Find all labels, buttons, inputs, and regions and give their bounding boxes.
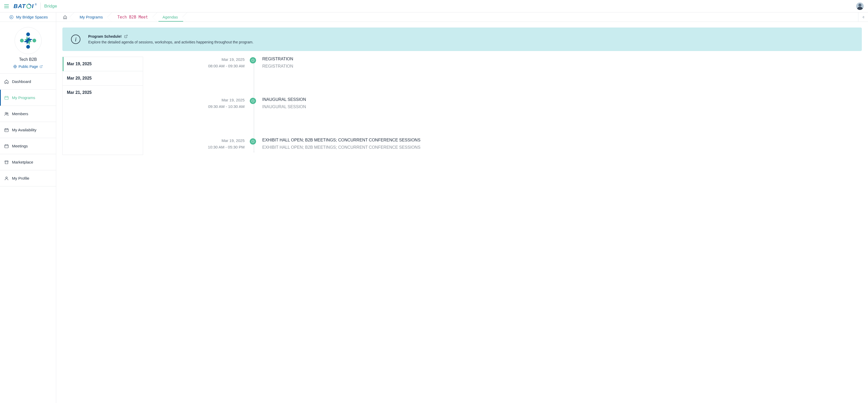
user-avatar[interactable] — [856, 2, 864, 10]
event-title: EXHIBIT HALL OPEN; B2B MEETINGS; CONCURR… — [262, 138, 862, 142]
svg-rect-11 — [5, 128, 8, 132]
sidebar-item-label: Meetings — [12, 144, 28, 148]
event-subtitle: REGISTRATION — [262, 64, 862, 69]
event-title: INAUGURAL SESSION — [262, 97, 862, 102]
svg-rect-8 — [5, 96, 8, 99]
svg-rect-12 — [5, 144, 8, 148]
home-icon — [63, 15, 67, 19]
clock-icon — [250, 57, 256, 63]
main: Tech B2B Public Page Dashboard My Progra… — [0, 22, 868, 403]
space-logo[interactable] — [14, 27, 42, 54]
crumb-home[interactable] — [59, 12, 72, 22]
sidebar-item-dashboard[interactable]: Dashboard — [0, 74, 56, 90]
date-tabs: Mar 19, 2025 Mar 20, 2025 Mar 21, 2025 — [62, 57, 143, 155]
members-icon — [4, 111, 9, 116]
sidebar-item-label: My Profile — [12, 176, 29, 180]
banner-desc: Explore the detailed agenda of sessions,… — [88, 40, 253, 44]
app-name[interactable]: Bridge — [44, 4, 57, 9]
svg-point-3 — [26, 33, 30, 36]
space-title: Tech B2B — [19, 57, 37, 62]
external-link-icon — [39, 65, 43, 68]
timeline: Mar 19, 2025 08:00 AM - 09:30 AM REGISTR… — [148, 57, 862, 155]
public-page-label: Public Page — [19, 65, 38, 69]
sidebar-item-marketplace[interactable]: Marketplace — [0, 154, 56, 170]
arrow-left-circle-icon — [9, 15, 13, 19]
back-label: My Bridge Spaces — [16, 15, 48, 19]
svg-point-13 — [6, 177, 7, 178]
sidebar-item-label: Dashboard — [12, 79, 31, 84]
date-tab[interactable]: Mar 20, 2025 — [63, 71, 143, 86]
crumb-tech-b2b[interactable]: Tech B2B Meet — [110, 12, 155, 22]
sidebar-item-label: My Programs — [12, 95, 35, 100]
event-date: Mar 19, 2025 — [148, 98, 245, 102]
sidebar-item-meetings[interactable]: Meetings — [0, 138, 56, 154]
availability-icon — [4, 128, 9, 132]
content: i Program Schedule! Explore the detailed… — [56, 22, 868, 403]
event-date: Mar 19, 2025 — [148, 57, 245, 62]
sidebar: Tech B2B Public Page Dashboard My Progra… — [0, 22, 56, 403]
crumb-label: Tech B2B Meet — [117, 15, 148, 20]
sidebar-item-members[interactable]: Members — [0, 106, 56, 122]
clock-icon — [250, 138, 256, 144]
info-banner: i Program Schedule! Explore the detailed… — [62, 28, 862, 51]
agenda-area: Mar 19, 2025 Mar 20, 2025 Mar 21, 2025 M… — [62, 57, 862, 155]
sidebar-item-label: My Availability — [12, 128, 36, 132]
sidebar-item-label: Marketplace — [12, 160, 33, 164]
svg-point-10 — [7, 112, 8, 114]
agenda-event: Mar 19, 2025 09:30 AM - 10:30 AM INAUGUR… — [148, 97, 862, 138]
info-icon: i — [70, 34, 81, 44]
triangle-left-icon — [862, 15, 865, 19]
svg-text:i: i — [75, 36, 77, 43]
brand-logo[interactable]: BAT I ® — [13, 3, 37, 10]
date-tab-label: Mar 21, 2025 — [67, 90, 92, 95]
space-header: Tech B2B Public Page — [0, 22, 56, 74]
sidebar-item-my-availability[interactable]: My Availability — [0, 122, 56, 138]
sidebar-item-my-programs[interactable]: My Programs — [0, 90, 56, 106]
banner-title: Program Schedule! — [88, 34, 122, 38]
home-icon — [4, 79, 9, 84]
profile-icon — [4, 176, 9, 181]
date-tab-label: Mar 20, 2025 — [67, 76, 92, 80]
svg-point-5 — [26, 45, 30, 48]
agenda-event: Mar 19, 2025 08:00 AM - 09:30 AM REGISTR… — [148, 57, 862, 97]
date-tab[interactable]: Mar 21, 2025 — [63, 86, 143, 100]
svg-point-4 — [32, 39, 36, 42]
event-time: 10:30 AM - 05:30 PM — [148, 145, 245, 149]
crumb-my-programs[interactable]: My Programs — [72, 12, 110, 22]
marketplace-icon — [4, 160, 9, 165]
breadcrumb: My Programs Tech B2B Meet Agendas — [56, 12, 858, 22]
event-subtitle: EXHIBIT HALL OPEN; B2B MEETINGS; CONCURR… — [262, 145, 862, 150]
event-date: Mar 19, 2025 — [148, 138, 245, 143]
calendar-icon — [4, 95, 9, 100]
agenda-event: Mar 19, 2025 10:30 AM - 05:30 PM EXHIBIT… — [148, 138, 862, 155]
menu-icon[interactable] — [4, 4, 9, 8]
sidebar-item-label: Members — [12, 111, 28, 116]
public-page-link[interactable]: Public Page — [13, 65, 43, 69]
crumb-label: My Programs — [80, 15, 103, 19]
svg-point-9 — [5, 112, 7, 114]
back-to-spaces[interactable]: My Bridge Spaces — [0, 12, 56, 22]
crumb-agendas[interactable]: Agendas — [155, 12, 185, 22]
event-title: REGISTRATION — [262, 57, 862, 61]
date-tab[interactable]: Mar 19, 2025 — [63, 57, 143, 71]
crumb-label: Agendas — [163, 15, 178, 19]
sidebar-item-my-profile[interactable]: My Profile — [0, 170, 56, 187]
event-time: 09:30 AM - 10:30 AM — [148, 104, 245, 109]
globe-icon — [13, 65, 17, 68]
breadcrumb-row: My Bridge Spaces My Programs Tech B2B Me… — [0, 12, 868, 22]
event-subtitle: INAUGURAL SESSION — [262, 104, 862, 109]
svg-point-6 — [20, 39, 23, 42]
clock-icon — [250, 98, 256, 104]
collapse-breadcrumb-button[interactable] — [858, 12, 868, 22]
external-link-icon[interactable] — [124, 35, 128, 38]
top-header: BAT I ® Bridge — [0, 0, 868, 12]
svg-point-1 — [28, 3, 29, 4]
date-tab-label: Mar 19, 2025 — [67, 62, 92, 66]
event-time: 08:00 AM - 09:30 AM — [148, 64, 245, 68]
meetings-icon — [4, 144, 9, 148]
